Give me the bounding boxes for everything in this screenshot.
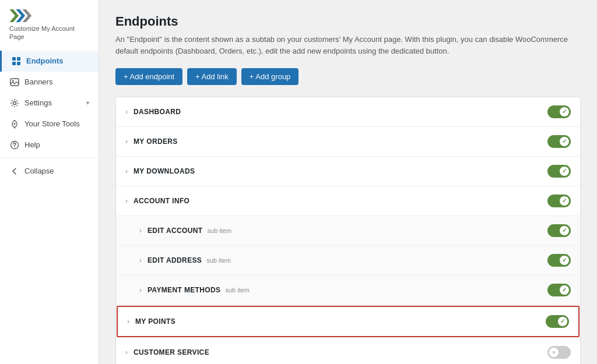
endpoint-row: ›ACCOUNT INFO✓ [116,186,580,216]
sidebar-item-banners[interactable]: Banners [0,72,99,93]
chevron-right-icon[interactable]: › [125,137,128,146]
toggle-check-icon: × [552,350,555,355]
endpoint-name: DASHBOARD [134,108,547,116]
svg-rect-3 [17,62,20,65]
sidebar-item-help[interactable]: Help [0,135,99,156]
toggle-check-icon: ✓ [562,228,567,234]
endpoint-sub-label: sub item [208,227,232,234]
svg-rect-2 [12,62,16,65]
endpoint-row: ›MY ORDERS✓ [116,127,580,157]
svg-point-5 [12,80,14,82]
sidebar: Customize My Account Page Endpoints Bann… [0,0,99,364]
svg-point-9 [14,146,15,147]
endpoint-sub-label: sub item [206,257,231,264]
svg-rect-1 [17,57,20,61]
endpoint-name: MY ORDERS [134,137,547,146]
chevron-down-icon: ▾ [86,100,89,106]
endpoint-name: ACCOUNT INFO [134,197,547,205]
toggle-check-icon: ✓ [562,257,567,263]
endpoint-name: MY POINTS [135,317,546,326]
endpoint-row: ›DASHBOARD✓ [116,97,580,127]
endpoint-name: CUSTOMER SERVICE [134,348,547,356]
endpoint-row: ›EDIT ACCOUNTsub item✓ [116,216,580,246]
svg-point-6 [13,101,16,104]
yith-logo-svg [9,9,33,22]
toggle-check-icon: ✓ [562,139,567,144]
nav-divider [0,158,99,158]
rocket-icon [9,119,20,129]
chevron-right-icon[interactable]: › [125,108,128,116]
sidebar-item-endpoints[interactable]: Endpoints [0,51,99,72]
sidebar-item-settings[interactable]: Settings ▾ [0,93,99,114]
chevron-right-icon[interactable]: › [125,197,128,205]
sidebar-item-collapse[interactable]: Collapse [0,161,99,182]
sidebar-nav: Endpoints Banners Settings ▾ Your Store … [0,51,99,364]
chevron-right-icon[interactable]: › [139,227,142,235]
chevron-right-icon[interactable]: › [127,317,129,326]
chevron-right-icon[interactable]: › [125,348,128,356]
toggle-check-icon: ✓ [562,287,567,293]
yith-logo: Customize My Account Page [9,9,89,41]
add-endpoint-button[interactable]: + Add endpoint [115,68,182,85]
endpoint-toggle[interactable]: × [547,346,571,359]
endpoint-toggle[interactable]: ✓ [547,105,571,118]
svg-point-7 [14,123,16,125]
chevron-right-icon[interactable]: › [139,256,142,264]
add-link-button[interactable]: + Add link [187,68,237,85]
endpoints-list: ›DASHBOARD✓›MY ORDERS✓›MY DOWNLOADS✓›ACC… [115,97,581,364]
endpoint-row: ›EDIT ADDRESSsub item✓ [116,246,580,275]
sidebar-logo: Customize My Account Page [0,9,99,51]
collapse-icon [9,166,20,176]
gear-icon [9,98,20,108]
endpoint-toggle[interactable]: ✓ [547,284,571,296]
sidebar-item-store-tools[interactable]: Your Store Tools [0,114,99,135]
add-group-button[interactable]: + Add group [241,68,298,85]
endpoint-toggle[interactable]: ✓ [547,254,571,267]
sidebar-item-settings-label: Settings [24,98,82,107]
endpoint-row: ›MY POINTS✓ [117,306,580,337]
endpoint-sub-label: sub item [225,287,250,294]
endpoint-toggle[interactable]: ✓ [547,135,571,148]
grid-icon [11,56,22,66]
page-description: An "Endpoint" is the content shown as a … [115,34,581,56]
main-content: Endpoints An "Endpoint" is the content s… [99,0,597,364]
toggle-check-icon: ✓ [562,109,567,115]
endpoint-row: ›CUSTOMER SERVICE× [116,338,580,364]
sidebar-item-endpoints-label: Endpoints [26,56,89,65]
toggle-check-icon: ✓ [562,168,567,174]
sidebar-item-help-label: Help [24,140,89,149]
endpoint-row: ›MY DOWNLOADS✓ [116,157,580,186]
toggle-check-icon: ✓ [560,319,565,324]
endpoint-row: ›PAYMENT METHODSsub item✓ [116,275,580,305]
endpoint-name: PAYMENT METHODSsub item [148,286,547,294]
image-icon [9,77,20,87]
endpoint-toggle[interactable]: ✓ [546,315,569,328]
endpoint-toggle[interactable]: ✓ [547,224,571,237]
svg-rect-0 [12,57,16,61]
toggle-check-icon: ✓ [562,198,567,204]
endpoint-name: EDIT ACCOUNTsub item [148,227,547,235]
endpoint-name: EDIT ADDRESSsub item [148,256,547,264]
chevron-right-icon[interactable]: › [139,286,142,294]
sidebar-subtitle: Customize My Account Page [9,24,89,41]
toolbar: + Add endpoint + Add link + Add group [115,68,581,85]
endpoint-toggle[interactable]: ✓ [547,165,571,178]
sidebar-item-store-tools-label: Your Store Tools [24,119,89,128]
chevron-right-icon[interactable]: › [125,167,128,175]
sidebar-item-collapse-label: Collapse [24,167,89,175]
help-icon [9,140,20,150]
endpoint-toggle[interactable]: ✓ [547,195,571,207]
endpoint-name: MY DOWNLOADS [134,167,547,175]
svg-rect-4 [10,79,19,86]
page-title: Endpoints [115,14,581,29]
sidebar-item-banners-label: Banners [24,77,89,86]
